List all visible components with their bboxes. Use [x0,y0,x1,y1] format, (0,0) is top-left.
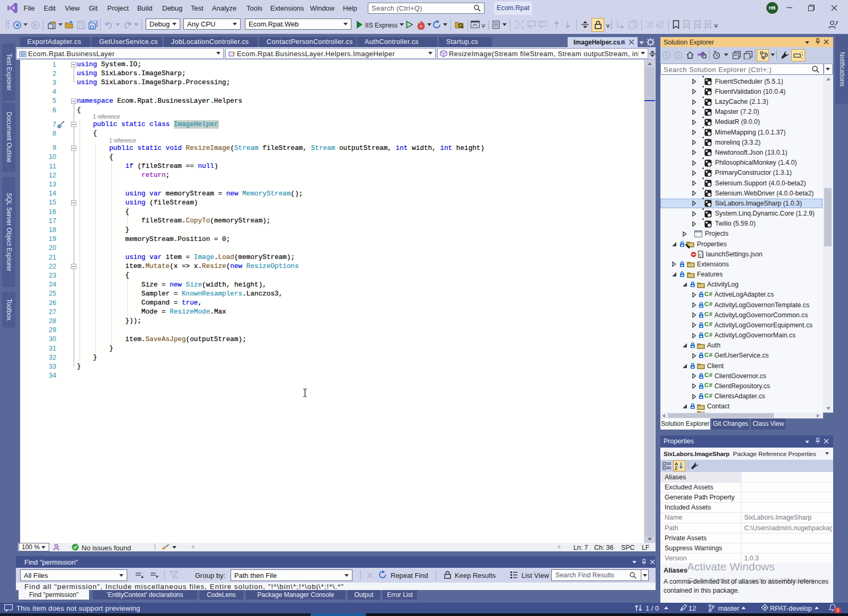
svg-text:{}: {} [699,253,704,257]
svg-text:Z: Z [675,466,677,470]
